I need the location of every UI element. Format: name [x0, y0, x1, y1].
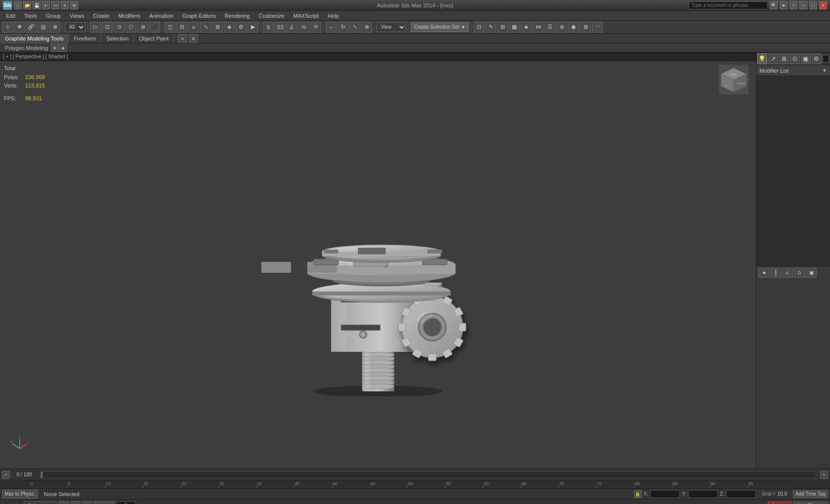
menu-modifiers[interactable]: Modifiers: [114, 11, 144, 20]
modifier-list-content[interactable]: [756, 76, 830, 266]
menu-group[interactable]: Group: [42, 11, 65, 20]
menu-rendering[interactable]: Rendering: [221, 11, 254, 20]
snap-2d[interactable]: S: [263, 22, 274, 33]
material-tool[interactable]: ◈: [224, 22, 235, 33]
ml-move-btn[interactable]: ↙: [782, 268, 793, 278]
select-region-circ[interactable]: ⊙: [114, 22, 124, 33]
anim-jump-end[interactable]: ⏭: [105, 501, 115, 504]
rotate-tool[interactable]: ↻: [337, 22, 348, 33]
scale-uniform[interactable]: ⤡: [349, 22, 360, 33]
maximize-button[interactable]: □: [809, 1, 817, 9]
tools-extra3[interactable]: ◉: [568, 22, 579, 33]
select-region-fence[interactable]: ⬡: [125, 22, 136, 33]
graphite-tab-freeform[interactable]: Freeform: [69, 34, 101, 43]
graphite-tab-selection[interactable]: Selection: [101, 34, 134, 43]
anim-frame-input[interactable]: 0: [116, 502, 136, 504]
menu-maxscript[interactable]: MAXScript: [290, 11, 323, 20]
new-button[interactable]: □: [14, 1, 22, 9]
schematic-tool[interactable]: ⊞: [212, 22, 223, 33]
ml-pause-btn[interactable]: ║: [770, 268, 781, 278]
z-coord-input[interactable]: [726, 490, 756, 498]
menu-create[interactable]: Create: [89, 11, 113, 20]
timeline-left-btn[interactable]: <: [2, 471, 10, 479]
y-coord-input[interactable]: [688, 490, 718, 498]
set-key-button[interactable]: Set Key: [768, 502, 792, 504]
key-filters-button[interactable]: Key Filters...: [793, 502, 828, 504]
rp-tab-camera[interactable]: ↗: [768, 53, 778, 64]
snap-3d[interactable]: S3: [275, 22, 286, 33]
tools-extra5[interactable]: ⋯: [592, 22, 603, 33]
search-icon[interactable]: 🔍: [770, 1, 778, 9]
use-pivot[interactable]: ⊕: [361, 22, 372, 33]
menu-edit[interactable]: Edit: [2, 11, 19, 20]
graphite-extra2[interactable]: ≡: [189, 34, 198, 43]
curve-editor-tool[interactable]: ∿: [200, 22, 211, 33]
ml-pin-btn[interactable]: ◄: [758, 268, 769, 278]
autokey-dropdown[interactable]: Selected: [24, 502, 58, 504]
mirror-tool[interactable]: ◫: [165, 22, 175, 33]
ml-unique-btn[interactable]: ▣: [806, 268, 817, 278]
snap-spinner[interactable]: ⟳: [310, 22, 321, 33]
snap-percent[interactable]: %: [298, 22, 309, 33]
extra-btn2[interactable]: ⚙: [70, 1, 78, 9]
select-region-rect[interactable]: ⊡: [102, 22, 113, 33]
tools-extra1[interactable]: ☰: [544, 22, 555, 33]
menu-views[interactable]: Views: [66, 11, 88, 20]
bookmark-icon[interactable]: ★: [780, 1, 788, 9]
poly-btn2[interactable]: ◈: [59, 44, 67, 52]
extra-btn1[interactable]: ≡: [61, 1, 69, 9]
undo-button[interactable]: ↩: [42, 1, 50, 9]
layer-tool[interactable]: ≡: [188, 22, 199, 33]
reference-coord-dropdown[interactable]: View: [376, 22, 406, 32]
save-button[interactable]: 💾: [33, 1, 41, 9]
menu-animation[interactable]: Animation: [145, 11, 177, 20]
tools-extra2[interactable]: ⊚: [556, 22, 567, 33]
create-selection-button[interactable]: Create Selection Sel ▼: [411, 22, 469, 32]
render-setup-tool[interactable]: ⚙: [236, 22, 247, 33]
select-btn[interactable]: ▷: [90, 22, 101, 33]
snap-tool[interactable]: ⋈: [533, 22, 543, 33]
bind-tool[interactable]: ⊕: [49, 22, 60, 33]
rp-tab-utilities[interactable]: ⚙: [812, 53, 822, 64]
graphite-tab-objectpaint[interactable]: Object Paint: [134, 34, 174, 43]
poly-btn1[interactable]: ⊕: [51, 44, 59, 52]
close-button[interactable]: ✕: [819, 1, 827, 9]
select-tool[interactable]: ⊹: [2, 22, 13, 33]
translate-tool[interactable]: ↔: [326, 22, 336, 33]
max-to-physc-button[interactable]: Max to Physc.: [2, 490, 38, 499]
rp-tab-motion[interactable]: ⊙: [790, 53, 800, 64]
add-time-tag-button[interactable]: Add Time Tag: [793, 490, 828, 498]
help-icon[interactable]: ?: [789, 1, 797, 9]
anim-jump-start[interactable]: ⏮: [59, 501, 69, 504]
x-coord-input[interactable]: [650, 490, 680, 498]
rp-tab-bulb[interactable]: 💡: [757, 53, 767, 64]
viewport[interactable]: [ + ] [ Perspective ] [ Shaded ] Total P…: [0, 52, 756, 468]
render-tool[interactable]: ▶: [248, 22, 258, 33]
quick-align-btn[interactable]: ◈: [521, 22, 532, 33]
mirror-btn2[interactable]: ⊞: [497, 22, 508, 33]
snap-angle[interactable]: ∠: [287, 22, 297, 33]
selection-filter-dropdown[interactable]: All: [65, 22, 85, 32]
named-sel-btn[interactable]: ⊡: [473, 22, 484, 33]
anim-prev-frame[interactable]: ⏴: [71, 501, 81, 504]
nav-cube[interactable]: TOP FRONT LEFT ↑ →: [716, 62, 751, 97]
graphite-extra1[interactable]: +: [178, 34, 187, 43]
color-swatch[interactable]: [823, 55, 829, 63]
edit-named-sel[interactable]: ✎: [485, 22, 496, 33]
align-tool[interactable]: ⊟: [176, 22, 187, 33]
menu-customize[interactable]: Customize: [255, 11, 289, 20]
ml-copy-btn[interactable]: ⎙: [794, 268, 805, 278]
tools-extra4[interactable]: ⊞: [580, 22, 591, 33]
lock-icon-button[interactable]: 🔒: [634, 490, 642, 498]
link-tool[interactable]: 🔗: [26, 22, 37, 33]
window-crossing[interactable]: ⬛: [149, 22, 160, 33]
menu-tools[interactable]: Tools: [20, 11, 41, 20]
rp-tab-display[interactable]: ▣: [801, 53, 811, 64]
menu-graph-editors[interactable]: Graph Editors: [178, 11, 220, 20]
timeline-track[interactable]: [41, 471, 816, 478]
redo-button[interactable]: ↪: [51, 1, 59, 9]
modifier-list-dropdown-arrow[interactable]: ▼: [822, 68, 827, 73]
select-region-lasso[interactable]: ⊛: [137, 22, 148, 33]
menu-help[interactable]: Help: [324, 11, 343, 20]
anim-next-frame[interactable]: ⏵: [93, 501, 103, 504]
